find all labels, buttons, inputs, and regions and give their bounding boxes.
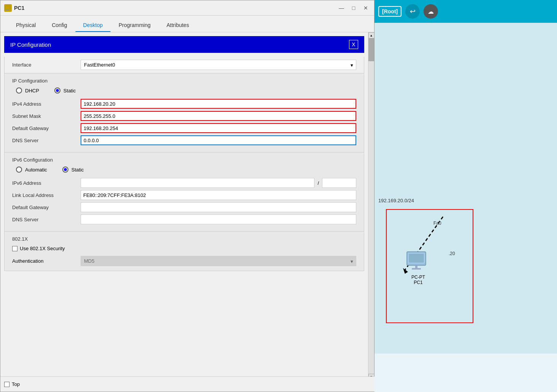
pc-icon	[4, 4, 12, 12]
ipv4-address-row: IPv4 Address	[12, 99, 356, 109]
interface-select-wrapper[interactable]: FastEthernet0	[81, 60, 356, 70]
ip-config-title: IP Configuration	[10, 41, 51, 48]
gateway-input[interactable]	[81, 123, 356, 133]
svg-rect-9	[409, 254, 424, 263]
title-bar-left: PC1	[4, 4, 24, 12]
ipv6-address-input[interactable]	[81, 178, 314, 188]
ipv6-gateway-row: Default Gateway	[12, 202, 356, 212]
right-panel: [Root] ↩ ☁ 192.169.20.0/24 Fa0 .20	[375, 0, 557, 392]
link-local-input[interactable]	[81, 190, 356, 200]
maximize-button[interactable]: □	[349, 4, 358, 12]
auth-row: Authentication MD5	[12, 256, 356, 266]
ipv6-static-radio-circle	[62, 167, 68, 173]
svg-rect-2	[6, 10, 9, 10]
static-radio[interactable]: Static	[54, 87, 76, 94]
subnet-mask-input[interactable]	[81, 111, 356, 121]
ipv6-dns-row: DNS Server	[12, 214, 356, 224]
ip-config-close-button[interactable]: X	[349, 40, 358, 49]
ip-radio-group: DHCP Static	[12, 87, 356, 94]
pc-type-label: PC-PT	[411, 275, 425, 280]
dhcp-label: DHCP	[25, 88, 39, 94]
scrollbar-track[interactable]	[368, 38, 374, 374]
ip-config-header: IP Configuration X	[4, 36, 364, 53]
ipv6-static-radio[interactable]: Static	[62, 167, 84, 173]
close-button[interactable]: ✕	[361, 4, 370, 12]
bottom-bar: Top	[0, 376, 375, 392]
dns-row: DNS Server	[12, 135, 356, 145]
main-content: IP Configuration X Interface FastEtherne…	[0, 32, 368, 380]
automatic-label: Automatic	[25, 167, 47, 173]
interface-row: Interface FastEthernet0	[4, 57, 364, 73]
interface-label: Interface	[12, 62, 81, 68]
back-icon: ↩	[410, 7, 416, 16]
use-security-label: Use 802.1X Security	[20, 246, 65, 251]
root-badge: [Root]	[378, 6, 401, 17]
link-local-label: Link Local Address	[12, 192, 81, 198]
ipv6-address-row: IPv6 Address /	[12, 178, 356, 188]
ipv6-address-label: IPv6 Address	[12, 180, 81, 186]
ipv4-section-title: IP Configuration	[12, 78, 356, 84]
svg-rect-1	[7, 9, 8, 10]
pc1-window: PC1 — □ ✕ Physical Config Desktop Progra…	[0, 0, 375, 392]
title-controls: — □ ✕	[337, 4, 370, 12]
tab-physical[interactable]: Physical	[8, 19, 44, 32]
pc-icon-container: PC-PT PC1	[405, 251, 432, 285]
dns-label: DNS Server	[12, 138, 81, 143]
gateway-label: Default Gateway	[12, 125, 81, 131]
ipv6-prefix-input[interactable]	[322, 178, 356, 188]
title-bar: PC1 — □ ✕	[0, 0, 374, 16]
ipv4-section: IP Configuration DHCP Static IPv4 Addres…	[4, 73, 364, 152]
subnet-mask-row: Subnet Mask	[12, 111, 356, 121]
content-area: IP Configuration X Interface FastEtherne…	[0, 32, 374, 380]
ipv6-section: IPv6 Configuration Automatic Static IPv6…	[4, 152, 364, 232]
gateway-row: Default Gateway	[12, 123, 356, 133]
auth-select-wrapper[interactable]: MD5	[81, 256, 356, 266]
top-checkbox[interactable]	[4, 382, 10, 387]
ipv6-gateway-label: Default Gateway	[12, 205, 81, 210]
auth-label: Authentication	[12, 258, 81, 264]
tab-config[interactable]: Config	[44, 19, 75, 32]
top-checkbox-item: Top	[4, 381, 20, 387]
use-security-checkbox[interactable]	[12, 246, 17, 251]
network-area: 192.169.20.0/24 Fa0 .20	[375, 23, 557, 354]
dot802-title: 802.1X	[12, 236, 356, 242]
dot802-section: 802.1X Use 802.1X Security Authenticatio…	[4, 232, 364, 271]
automatic-radio-circle	[16, 167, 22, 173]
top-label: Top	[12, 381, 20, 387]
minimize-button[interactable]: —	[337, 4, 346, 12]
cloud-button[interactable]: ☁	[424, 4, 438, 19]
pc-svg-icon	[405, 251, 432, 274]
window-title: PC1	[14, 5, 24, 11]
ipv6-radio-group: Automatic Static	[12, 167, 356, 173]
ipv6-dns-input[interactable]	[81, 214, 356, 224]
ipv4-address-input[interactable]	[81, 99, 356, 109]
svg-rect-8	[412, 268, 421, 270]
top-toolbar: [Root] ↩ ☁	[375, 0, 557, 23]
ipv6-section-title: IPv6 Configuration	[12, 157, 356, 163]
tab-desktop[interactable]: Desktop	[75, 19, 111, 32]
ipv6-dns-label: DNS Server	[12, 217, 81, 222]
svg-rect-0	[5, 6, 10, 9]
dhcp-radio[interactable]: DHCP	[16, 87, 39, 94]
cloud-icon: ☁	[428, 8, 434, 15]
static-radio-circle	[54, 87, 60, 94]
interface-select[interactable]: FastEthernet0	[81, 60, 356, 70]
scrollbar-thumb[interactable]	[368, 38, 374, 61]
ipv6-static-label: Static	[71, 167, 84, 173]
dhcp-radio-circle	[16, 87, 22, 94]
scrollbar[interactable]: ▲ ▼	[368, 32, 374, 380]
automatic-radio[interactable]: Automatic	[16, 167, 47, 173]
subnet-mask-label: Subnet Mask	[12, 113, 81, 119]
tab-attributes[interactable]: Attributes	[159, 19, 197, 32]
ipv6-gateway-input[interactable]	[81, 202, 356, 212]
dns-input[interactable]	[81, 135, 356, 145]
pc-name-label: PC1	[414, 280, 422, 285]
svg-rect-7	[415, 265, 417, 268]
tab-programming[interactable]: Programming	[111, 19, 159, 32]
auth-select[interactable]: MD5	[81, 256, 356, 266]
scroll-up-button[interactable]: ▲	[368, 32, 375, 38]
use-security-row: Use 802.1X Security	[12, 246, 356, 251]
back-button[interactable]: ↩	[405, 4, 420, 19]
tab-bar: Physical Config Desktop Programming Attr…	[0, 16, 374, 32]
ipv4-address-label: IPv4 Address	[12, 101, 81, 107]
